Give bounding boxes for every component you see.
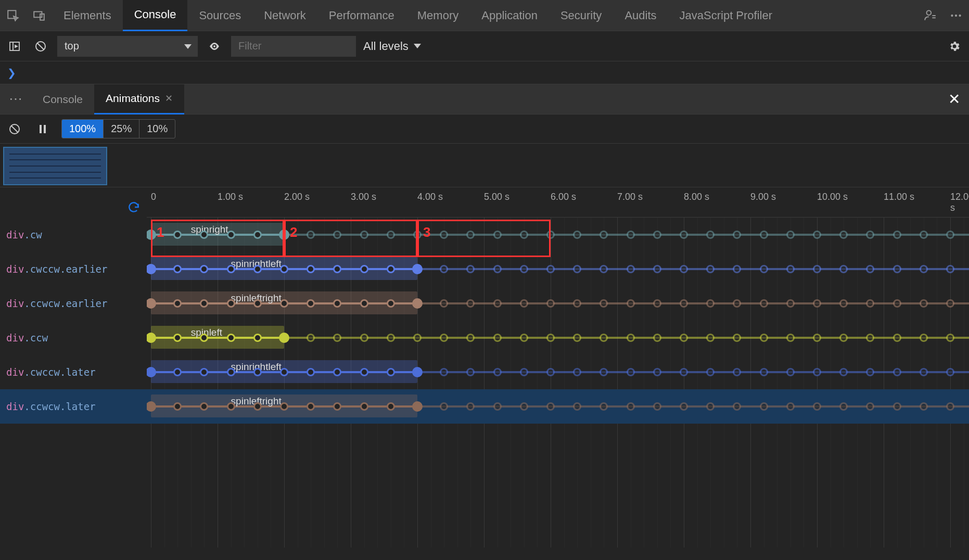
speed-25[interactable]: 25% <box>104 120 139 138</box>
svg-rect-12 <box>44 125 46 133</box>
tab-javascript-profiler[interactable]: JavaScript Profiler <box>668 0 784 31</box>
replay-icon[interactable] <box>127 200 141 217</box>
drawer-tab-animations[interactable]: Animations✕ <box>94 84 184 114</box>
speed-100[interactable]: 100% <box>62 120 104 138</box>
track-row[interactable]: spinleftright <box>147 389 969 424</box>
time-ruler[interactable]: 01.00 s2.00 s3.00 s4.00 s5.00 s6.00 s7.0… <box>147 187 969 218</box>
ruler-tick-label: 0 <box>151 192 156 202</box>
console-input-row[interactable]: ❯ <box>0 61 969 84</box>
log-levels-select[interactable]: All levels <box>363 40 421 53</box>
tab-sources[interactable]: Sources <box>187 0 252 31</box>
clear-console-icon[interactable] <box>31 37 50 56</box>
close-tab-icon[interactable]: ✕ <box>165 93 173 104</box>
more-options-icon[interactable] <box>943 0 969 31</box>
playback-speed-selector: 100%25%10% <box>61 119 175 138</box>
track-row[interactable]: spinrightleft <box>147 355 969 389</box>
tab-elements[interactable]: Elements <box>52 0 123 31</box>
track-labels: div.cwdiv.cwccw.earlierdiv.ccwcw.earlier… <box>0 187 147 548</box>
tab-console[interactable]: Console <box>123 0 188 31</box>
console-toolbar: top All levels <box>0 31 969 61</box>
annotation-box: 2 <box>284 220 417 257</box>
svg-point-6 <box>959 14 961 16</box>
ruler-tick-label: 12.00 s <box>950 192 969 213</box>
tab-security[interactable]: Security <box>549 0 613 31</box>
toggle-device-icon[interactable] <box>26 0 52 31</box>
track-label[interactable]: div.ccw <box>0 321 147 355</box>
svg-point-3 <box>927 10 932 15</box>
ruler-tick-label: 10.00 s <box>817 192 848 202</box>
tab-memory[interactable]: Memory <box>406 0 470 31</box>
tab-performance[interactable]: Performance <box>317 0 406 31</box>
ruler-tick-label: 4.00 s <box>417 192 443 202</box>
animations-toolbar: 100%25%10% <box>0 114 969 144</box>
tab-network[interactable]: Network <box>252 0 317 31</box>
ruler-tick-label: 11.00 s <box>884 192 914 202</box>
annotation-box: 1 <box>151 220 284 257</box>
ruler-tick-label: 7.00 s <box>617 192 643 202</box>
close-drawer-icon[interactable]: ✕ <box>939 91 969 108</box>
animation-groups-strip <box>0 144 969 187</box>
drawer-more-icon[interactable]: ⋯ <box>0 91 31 107</box>
ruler-tick-label: 1.00 s <box>218 192 243 202</box>
track-row[interactable]: spinleftright <box>147 286 969 321</box>
ruler-tick-label: 2.00 s <box>284 192 310 202</box>
svg-point-5 <box>955 14 957 16</box>
pause-icon[interactable] <box>33 120 52 138</box>
animation-group-preview[interactable] <box>3 147 107 185</box>
ruler-tick-label: 6.00 s <box>551 192 576 202</box>
levels-label: All levels <box>363 40 409 53</box>
context-value: top <box>65 40 79 52</box>
svg-rect-0 <box>8 10 16 18</box>
svg-point-4 <box>951 14 953 16</box>
ruler-tick-label: 5.00 s <box>484 192 509 202</box>
annotation-box: 3 <box>417 220 551 257</box>
track-label[interactable]: div.ccwcw.later <box>0 389 147 424</box>
ruler-tick-label: 3.00 s <box>351 192 376 202</box>
ruler-tick-label: 8.00 s <box>684 192 709 202</box>
console-filter-input[interactable] <box>231 36 356 57</box>
animation-timeline: div.cwdiv.cwccw.earlierdiv.ccwcw.earlier… <box>0 187 969 548</box>
svg-point-9 <box>213 45 215 47</box>
execution-context-select[interactable]: top <box>57 36 198 57</box>
live-expression-icon[interactable] <box>205 37 224 56</box>
tab-application[interactable]: Application <box>470 0 549 31</box>
track-label[interactable]: div.cwccw.later <box>0 355 147 389</box>
chevron-right-icon: ❯ <box>7 67 16 79</box>
track-label[interactable]: div.ccwcw.earlier <box>0 286 147 321</box>
timeline-body[interactable]: 01.00 s2.00 s3.00 s4.00 s5.00 s6.00 s7.0… <box>147 187 969 548</box>
track-row[interactable]: spinleft <box>147 321 969 355</box>
speed-10[interactable]: 10% <box>139 120 175 138</box>
tab-audits[interactable]: Audits <box>613 0 668 31</box>
devtools-main-tabs: ElementsConsoleSourcesNetworkPerformance… <box>0 0 969 31</box>
drawer-tab-console[interactable]: Console <box>31 84 94 114</box>
track-label[interactable]: div.cwccw.earlier <box>0 252 147 286</box>
ruler-tick-label: 9.00 s <box>750 192 776 202</box>
drawer-tabs: ⋯ ConsoleAnimations✕ ✕ <box>0 84 969 114</box>
track-label[interactable]: div.cw <box>0 218 147 252</box>
feedback-icon[interactable] <box>917 0 943 31</box>
inspect-element-icon[interactable] <box>0 0 26 31</box>
svg-rect-11 <box>40 125 42 133</box>
console-settings-icon[interactable] <box>945 37 964 56</box>
clear-animations-icon[interactable] <box>5 120 24 138</box>
sidebar-toggle-icon[interactable] <box>5 37 24 56</box>
